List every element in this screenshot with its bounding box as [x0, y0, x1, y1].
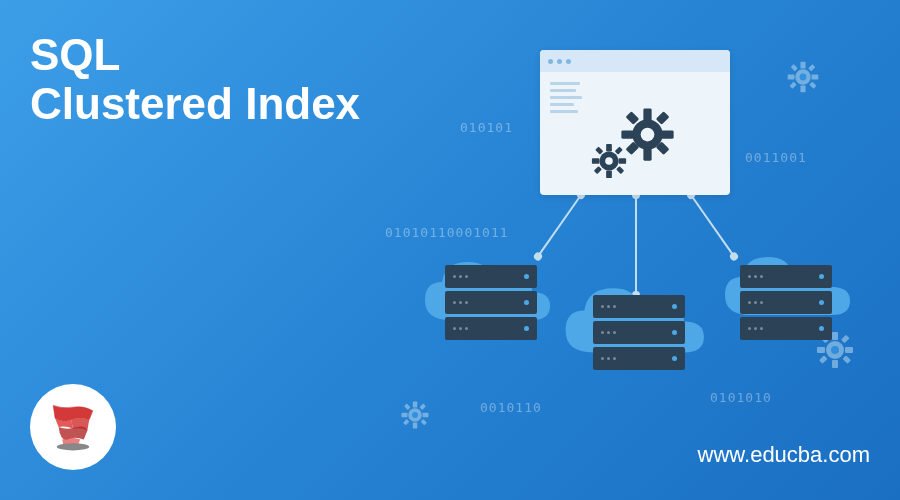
svg-rect-42 — [606, 144, 612, 152]
binary-text: 0010110 — [480, 400, 542, 415]
svg-rect-12 — [832, 332, 838, 340]
svg-rect-24 — [402, 413, 408, 418]
binary-text: 0011001 — [745, 150, 807, 165]
svg-rect-43 — [606, 171, 612, 179]
svg-rect-2 — [800, 62, 805, 69]
svg-rect-45 — [619, 158, 627, 164]
svg-rect-46 — [595, 147, 603, 155]
svg-rect-18 — [841, 335, 849, 343]
svg-rect-8 — [808, 64, 815, 71]
svg-rect-48 — [615, 147, 623, 155]
binary-text: 01010110001011 — [385, 225, 509, 240]
svg-rect-34 — [621, 130, 633, 138]
svg-point-20 — [831, 346, 839, 354]
svg-point-50 — [605, 157, 613, 165]
server-rack-icon — [740, 265, 832, 343]
svg-rect-5 — [812, 74, 819, 79]
svg-rect-29 — [403, 419, 409, 425]
decorative-gear-icon — [400, 400, 430, 430]
gear-large-icon — [620, 107, 675, 162]
server-rack-icon — [445, 265, 537, 343]
svg-point-0 — [57, 443, 89, 450]
svg-point-40 — [641, 128, 655, 142]
svg-rect-3 — [800, 86, 805, 93]
svg-rect-15 — [845, 347, 853, 353]
svg-rect-27 — [421, 419, 427, 425]
svg-rect-49 — [594, 166, 602, 174]
svg-rect-28 — [420, 404, 426, 410]
gear-small-icon — [590, 142, 628, 180]
title-line-2: Clustered Index — [30, 79, 360, 128]
title-line-1: SQL — [30, 30, 120, 79]
svg-rect-33 — [643, 148, 651, 160]
binary-text: 0101010 — [710, 390, 772, 405]
svg-rect-47 — [616, 166, 624, 174]
svg-point-30 — [412, 412, 418, 418]
decorative-gear-icon — [786, 60, 820, 94]
svg-rect-32 — [643, 108, 651, 120]
svg-rect-6 — [791, 64, 798, 71]
database-illustration: 010101 0011001 01010110001011 0010110 01… — [400, 50, 860, 450]
svg-rect-23 — [413, 423, 418, 429]
svg-rect-14 — [817, 347, 825, 353]
svg-rect-22 — [413, 402, 418, 408]
brand-logo-circle — [30, 384, 116, 470]
window-titlebar — [540, 50, 730, 72]
svg-rect-17 — [842, 355, 850, 363]
svg-rect-36 — [626, 111, 640, 125]
server-rack-icon — [593, 295, 685, 373]
page-title: SQL Clustered Index — [30, 30, 360, 129]
svg-rect-38 — [656, 111, 670, 125]
svg-rect-19 — [819, 355, 827, 363]
connector-line — [537, 194, 582, 257]
svg-rect-7 — [809, 82, 816, 89]
binary-text: 010101 — [460, 120, 513, 135]
svg-rect-9 — [789, 82, 796, 89]
svg-rect-44 — [592, 158, 600, 164]
svg-rect-26 — [404, 404, 410, 410]
application-window — [540, 50, 730, 195]
svg-rect-4 — [788, 74, 795, 79]
svg-rect-25 — [423, 413, 429, 418]
svg-rect-13 — [832, 360, 838, 368]
svg-point-10 — [800, 74, 807, 81]
sql-server-logo-icon — [46, 400, 100, 454]
svg-rect-35 — [661, 130, 673, 138]
